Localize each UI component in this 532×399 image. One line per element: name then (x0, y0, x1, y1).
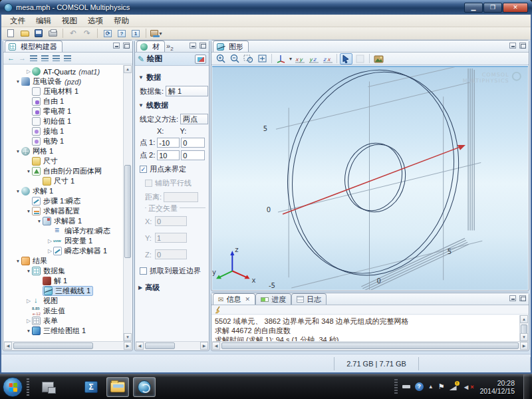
section-advanced[interactable]: ▶高级 (138, 283, 208, 293)
log-tab[interactable]: 日志 (291, 293, 327, 305)
tree-item-zero-charge[interactable]: 零电荷 1 (4, 106, 123, 116)
ortho-z-input[interactable] (155, 249, 187, 259)
show-desktop-button[interactable] (523, 374, 529, 399)
action-center-flag-icon[interactable]: ⚑ (438, 382, 445, 391)
network-warning-icon[interactable] (450, 383, 458, 390)
expand-arrow-icon[interactable] (36, 219, 43, 224)
taskbar-comsol-button[interactable] (133, 377, 156, 397)
tree-item-study[interactable]: 求解 1 (4, 186, 123, 196)
scroll-down-icon[interactable]: ▼ (124, 333, 132, 341)
menu-edit[interactable]: 编辑 (31, 15, 56, 27)
undo-button[interactable]: ↶ (67, 28, 79, 39)
tree-item-free-tet[interactable]: 自由剖分四面体网 (4, 166, 123, 176)
settings-horizontal-scrollbar[interactable]: ◀ ▶ (136, 341, 208, 350)
tree-item-free[interactable]: 自由 1 (4, 96, 123, 106)
tree-vertical-scrollbar[interactable]: ▲ ▼ (123, 65, 132, 341)
collapse-arrow-icon[interactable] (47, 249, 53, 254)
zoom-extents-button[interactable] (256, 53, 269, 65)
start-button[interactable] (3, 377, 23, 397)
section-line-data[interactable]: ▼线数据 (138, 100, 208, 110)
expand-arrow-icon[interactable] (15, 149, 21, 154)
move-down-icon[interactable] (64, 55, 71, 61)
plot-button[interactable] (195, 55, 206, 64)
messages-content[interactable]: 5502 域单元、 3862 边界单元和 348 边单元组成的完整网格 求解 4… (212, 315, 519, 341)
minimize-button[interactable]: ▁ (464, 3, 483, 13)
panel-maximize-icon[interactable] (200, 43, 206, 49)
redo-button[interactable]: ↷ (81, 28, 93, 39)
maximize-button[interactable]: ❐ (483, 3, 502, 13)
tree-item-solver1[interactable]: 求解器 1 (4, 216, 123, 226)
point2-y-input[interactable] (181, 150, 205, 160)
tree-item-datasets[interactable]: 数据集 (4, 266, 123, 276)
scrollbar-thumb[interactable] (124, 165, 131, 258)
ortho-x-input[interactable] (155, 216, 187, 226)
menu-view[interactable]: 视图 (57, 15, 82, 27)
move-up-icon[interactable] (53, 55, 60, 61)
messages-horizontal-scrollbar[interactable]: ◀ ▶ (212, 341, 528, 350)
point1-x-input[interactable] (157, 138, 180, 148)
snapshot-button[interactable] (372, 53, 385, 65)
point2-x-input[interactable] (157, 150, 180, 160)
tab-overflow-chevron[interactable]: »2 (165, 41, 174, 52)
close-tab-icon[interactable]: ✕ (245, 296, 250, 303)
scroll-left-icon[interactable]: ◀ (212, 342, 220, 350)
expand-arrow-icon[interactable] (15, 189, 21, 194)
new-button[interactable] (5, 28, 17, 39)
panel-maximize-icon[interactable] (519, 43, 526, 49)
tree-item-transient-solver[interactable]: 瞬态求解器 1 (4, 246, 123, 256)
panel-maximize-icon[interactable] (123, 43, 130, 49)
tree-item-tables[interactable]: 表单 (4, 316, 123, 326)
scroll-down-icon[interactable]: ▼ (520, 333, 528, 341)
tree-item-potential[interactable]: 电势 1 (4, 136, 123, 146)
tree-item-size1[interactable]: 尺寸 1 (4, 176, 123, 186)
tree-item-cutline3d[interactable]: 三维截线 1 (4, 286, 123, 296)
open-button[interactable] (19, 28, 31, 39)
default-view-button[interactable] (275, 53, 287, 65)
snap-to-boundary-checkbox[interactable] (140, 267, 147, 275)
panel-minimize-icon[interactable] (509, 295, 516, 301)
update-button[interactable]: ⟳ (102, 28, 114, 39)
material-tab[interactable]: 材 (136, 41, 165, 52)
volume-muted-icon[interactable]: ◄ (463, 383, 470, 391)
expand-arrow-icon[interactable] (15, 259, 21, 264)
scroll-up-icon[interactable]: ▲ (520, 315, 528, 323)
tree-item-derived-values[interactable]: 派生值 (4, 306, 123, 316)
panel-maximize-icon[interactable] (519, 295, 526, 301)
forward-icon[interactable]: → (19, 55, 26, 62)
view-yz-button[interactable]: yz (307, 53, 320, 65)
tree-item-step1[interactable]: 步骤 1:瞬态 (4, 196, 123, 206)
messages-vertical-scrollbar[interactable]: ▲ ▼ (519, 315, 528, 341)
menu-file[interactable]: 文件 (5, 15, 30, 27)
scroll-left-icon[interactable]: ◀ (4, 342, 12, 350)
tray-clock[interactable]: 20:28 2014/12/15 (479, 379, 515, 395)
view-xy-button[interactable]: xy (293, 53, 306, 65)
expand-arrow-icon[interactable] (15, 79, 21, 84)
tree-item-piezo-material[interactable]: 压电材料 1 (4, 86, 123, 96)
pointer-mode-button[interactable] (340, 53, 352, 65)
messages-tab[interactable]: ✉ 信息 ✕ (213, 293, 255, 305)
tray-help-icon[interactable]: ? (415, 382, 424, 391)
scroll-right-icon[interactable]: ▶ (520, 342, 528, 350)
save-button[interactable] (33, 28, 45, 39)
line-method-select[interactable]: 两点 (180, 114, 208, 124)
collapse-arrow-icon[interactable] (25, 299, 32, 304)
model-builder-tab[interactable]: 模型构建器 (5, 41, 63, 52)
collapse-arrow-icon[interactable] (25, 69, 32, 74)
menu-help[interactable]: 帮助 (109, 15, 134, 27)
tree-item-dependent-vars[interactable]: 因变量 1 (4, 236, 123, 246)
panel-minimize-icon[interactable] (113, 43, 120, 49)
close-button[interactable]: ✕ (503, 3, 528, 13)
scroll-up-icon[interactable]: ▲ (124, 65, 132, 73)
print-button[interactable] (47, 28, 59, 39)
scroll-right-icon[interactable]: ▶ (124, 342, 132, 350)
show-hidden-icons[interactable]: ▲ (428, 384, 434, 390)
collapse-arrow-icon[interactable] (47, 239, 53, 244)
zoom-in-button[interactable] (214, 53, 227, 65)
expand-arrow-icon[interactable] (25, 329, 32, 334)
tree-item-initial-values[interactable]: 初始值 1 (4, 116, 123, 126)
menu-options[interactable]: 选项 (83, 15, 108, 27)
collapse-arrow-icon[interactable] (25, 319, 32, 324)
collapse-all-icon[interactable] (30, 55, 37, 61)
tree-item-compile-eq[interactable]: 编译方程:瞬态 (4, 226, 123, 236)
view-zx-button[interactable]: zx (321, 53, 334, 65)
